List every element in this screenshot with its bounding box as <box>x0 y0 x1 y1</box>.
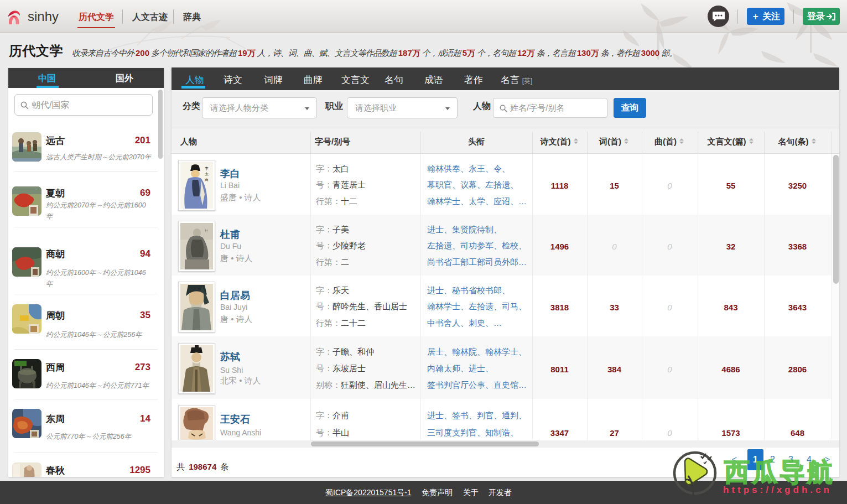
svg-text:太: 太 <box>205 172 209 176</box>
svg-text:杜: 杜 <box>205 229 209 232</box>
svg-text:李: 李 <box>205 167 209 171</box>
svg-text:白: 白 <box>205 178 209 182</box>
